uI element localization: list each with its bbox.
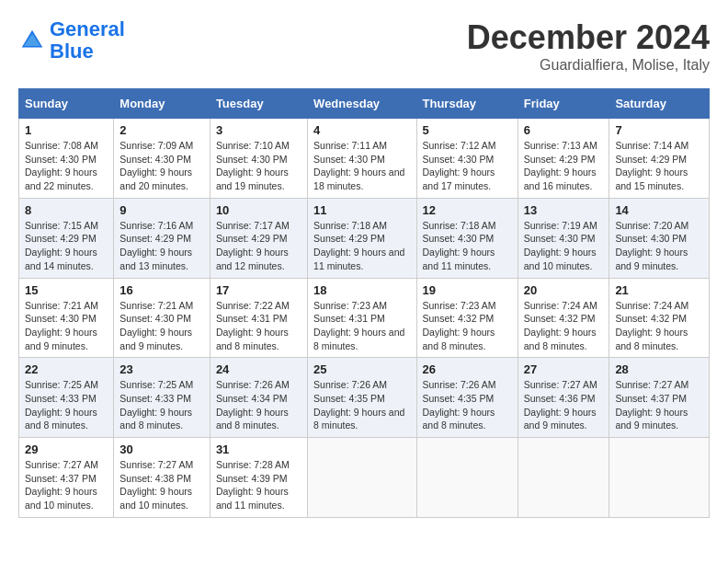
- calendar-cell: 7 Sunrise: 7:14 AM Sunset: 4:29 PM Dayli…: [609, 119, 710, 199]
- day-info: Sunrise: 7:14 AM Sunset: 4:29 PM Dayligh…: [615, 139, 703, 193]
- calendar-cell: 19 Sunrise: 7:23 AM Sunset: 4:32 PM Dayl…: [416, 278, 518, 358]
- calendar-cell: 18 Sunrise: 7:23 AM Sunset: 4:31 PM Dayl…: [308, 278, 416, 358]
- calendar-cell: [518, 438, 609, 518]
- day-number: 20: [524, 283, 604, 297]
- calendar-cell: [609, 438, 710, 518]
- calendar-cell: 12 Sunrise: 7:18 AM Sunset: 4:30 PM Dayl…: [416, 198, 518, 278]
- day-info: Sunrise: 7:23 AM Sunset: 4:31 PM Dayligh…: [313, 299, 410, 353]
- day-number: 17: [216, 283, 301, 297]
- calendar-cell: 13 Sunrise: 7:19 AM Sunset: 4:30 PM Dayl…: [518, 198, 609, 278]
- day-info: Sunrise: 7:24 AM Sunset: 4:32 PM Dayligh…: [615, 299, 703, 353]
- calendar-cell: 14 Sunrise: 7:20 AM Sunset: 4:30 PM Dayl…: [609, 198, 710, 278]
- col-friday: Friday: [518, 89, 609, 119]
- day-number: 31: [216, 442, 301, 456]
- day-info: Sunrise: 7:25 AM Sunset: 4:33 PM Dayligh…: [25, 378, 108, 432]
- calendar-cell: 27 Sunrise: 7:27 AM Sunset: 4:36 PM Dayl…: [518, 358, 609, 438]
- calendar-cell: 1 Sunrise: 7:08 AM Sunset: 4:30 PM Dayli…: [19, 119, 114, 199]
- location-subtitle: Guardialfiera, Molise, Italy: [467, 57, 710, 74]
- day-info: Sunrise: 7:13 AM Sunset: 4:29 PM Dayligh…: [524, 139, 604, 193]
- day-number: 1: [25, 123, 108, 137]
- calendar-cell: 4 Sunrise: 7:11 AM Sunset: 4:30 PM Dayli…: [308, 119, 416, 199]
- day-number: 14: [615, 203, 703, 217]
- day-info: Sunrise: 7:12 AM Sunset: 4:30 PM Dayligh…: [423, 139, 512, 193]
- calendar-cell: 16 Sunrise: 7:21 AM Sunset: 4:30 PM Dayl…: [114, 278, 210, 358]
- calendar-cell: 23 Sunrise: 7:25 AM Sunset: 4:33 PM Dayl…: [114, 358, 210, 438]
- calendar-cell: 25 Sunrise: 7:26 AM Sunset: 4:35 PM Dayl…: [308, 358, 416, 438]
- calendar-cell: 30 Sunrise: 7:27 AM Sunset: 4:38 PM Dayl…: [114, 438, 210, 518]
- calendar-cell: 6 Sunrise: 7:13 AM Sunset: 4:29 PM Dayli…: [518, 119, 609, 199]
- day-number: 8: [25, 203, 108, 217]
- day-info: Sunrise: 7:18 AM Sunset: 4:29 PM Dayligh…: [313, 219, 410, 273]
- day-info: Sunrise: 7:16 AM Sunset: 4:29 PM Dayligh…: [119, 219, 204, 273]
- day-number: 10: [216, 203, 301, 217]
- day-number: 21: [615, 283, 703, 297]
- day-number: 5: [423, 123, 512, 137]
- page-header: General Blue December 2024 Guardialfiera…: [18, 18, 710, 74]
- day-number: 9: [119, 203, 204, 217]
- day-info: Sunrise: 7:25 AM Sunset: 4:33 PM Dayligh…: [119, 378, 204, 432]
- calendar-header-row: Sunday Monday Tuesday Wednesday Thursday…: [19, 89, 710, 119]
- day-info: Sunrise: 7:08 AM Sunset: 4:30 PM Dayligh…: [25, 139, 108, 193]
- calendar-cell: 21 Sunrise: 7:24 AM Sunset: 4:32 PM Dayl…: [609, 278, 710, 358]
- day-info: Sunrise: 7:27 AM Sunset: 4:37 PM Dayligh…: [25, 458, 108, 512]
- col-sunday: Sunday: [19, 89, 114, 119]
- calendar-cell: 22 Sunrise: 7:25 AM Sunset: 4:33 PM Dayl…: [19, 358, 114, 438]
- calendar-cell: 9 Sunrise: 7:16 AM Sunset: 4:29 PM Dayli…: [114, 198, 210, 278]
- calendar-cell: 31 Sunrise: 7:28 AM Sunset: 4:39 PM Dayl…: [210, 438, 307, 518]
- day-number: 13: [524, 203, 604, 217]
- calendar-cell: 2 Sunrise: 7:09 AM Sunset: 4:30 PM Dayli…: [114, 119, 210, 199]
- logo-general: General: [50, 17, 125, 40]
- day-number: 15: [25, 283, 108, 297]
- day-number: 30: [119, 442, 204, 456]
- day-info: Sunrise: 7:18 AM Sunset: 4:30 PM Dayligh…: [423, 219, 512, 273]
- day-number: 7: [615, 123, 703, 137]
- day-number: 23: [119, 362, 204, 376]
- day-info: Sunrise: 7:27 AM Sunset: 4:37 PM Dayligh…: [615, 378, 703, 432]
- day-number: 19: [423, 283, 512, 297]
- calendar-cell: 24 Sunrise: 7:26 AM Sunset: 4:34 PM Dayl…: [210, 358, 307, 438]
- day-number: 16: [119, 283, 204, 297]
- day-info: Sunrise: 7:27 AM Sunset: 4:36 PM Dayligh…: [524, 378, 604, 432]
- day-number: 28: [615, 362, 703, 376]
- day-number: 18: [313, 283, 410, 297]
- day-number: 6: [524, 123, 604, 137]
- calendar-cell: 8 Sunrise: 7:15 AM Sunset: 4:29 PM Dayli…: [19, 198, 114, 278]
- day-number: 26: [423, 362, 512, 376]
- col-saturday: Saturday: [609, 89, 710, 119]
- col-monday: Monday: [114, 89, 210, 119]
- day-number: 25: [313, 362, 410, 376]
- day-info: Sunrise: 7:09 AM Sunset: 4:30 PM Dayligh…: [119, 139, 204, 193]
- day-number: 22: [25, 362, 108, 376]
- calendar-week-row: 8 Sunrise: 7:15 AM Sunset: 4:29 PM Dayli…: [19, 198, 710, 278]
- month-title: December 2024: [467, 18, 710, 57]
- day-number: 12: [423, 203, 512, 217]
- day-number: 4: [313, 123, 410, 137]
- col-tuesday: Tuesday: [210, 89, 307, 119]
- calendar-cell: [308, 438, 416, 518]
- day-info: Sunrise: 7:28 AM Sunset: 4:39 PM Dayligh…: [216, 458, 301, 512]
- calendar-cell: [416, 438, 518, 518]
- calendar-week-row: 1 Sunrise: 7:08 AM Sunset: 4:30 PM Dayli…: [19, 119, 710, 199]
- day-info: Sunrise: 7:26 AM Sunset: 4:35 PM Dayligh…: [313, 378, 410, 432]
- logo-blue: Blue: [50, 40, 94, 63]
- calendar-week-row: 15 Sunrise: 7:21 AM Sunset: 4:30 PM Dayl…: [19, 278, 710, 358]
- calendar-week-row: 22 Sunrise: 7:25 AM Sunset: 4:33 PM Dayl…: [19, 358, 710, 438]
- calendar-cell: 28 Sunrise: 7:27 AM Sunset: 4:37 PM Dayl…: [609, 358, 710, 438]
- col-thursday: Thursday: [416, 89, 518, 119]
- day-number: 3: [216, 123, 301, 137]
- calendar-cell: 20 Sunrise: 7:24 AM Sunset: 4:32 PM Dayl…: [518, 278, 609, 358]
- logo-icon: [18, 27, 46, 54]
- calendar-cell: 29 Sunrise: 7:27 AM Sunset: 4:37 PM Dayl…: [19, 438, 114, 518]
- day-number: 11: [313, 203, 410, 217]
- day-info: Sunrise: 7:11 AM Sunset: 4:30 PM Dayligh…: [313, 139, 410, 193]
- day-info: Sunrise: 7:26 AM Sunset: 4:34 PM Dayligh…: [216, 378, 301, 432]
- day-info: Sunrise: 7:15 AM Sunset: 4:29 PM Dayligh…: [25, 219, 108, 273]
- calendar-cell: 5 Sunrise: 7:12 AM Sunset: 4:30 PM Dayli…: [416, 119, 518, 199]
- calendar-week-row: 29 Sunrise: 7:27 AM Sunset: 4:37 PM Dayl…: [19, 438, 710, 518]
- day-info: Sunrise: 7:19 AM Sunset: 4:30 PM Dayligh…: [524, 219, 604, 273]
- day-info: Sunrise: 7:22 AM Sunset: 4:31 PM Dayligh…: [216, 299, 301, 353]
- day-info: Sunrise: 7:17 AM Sunset: 4:29 PM Dayligh…: [216, 219, 301, 273]
- day-info: Sunrise: 7:21 AM Sunset: 4:30 PM Dayligh…: [119, 299, 204, 353]
- day-info: Sunrise: 7:10 AM Sunset: 4:30 PM Dayligh…: [216, 139, 301, 193]
- day-info: Sunrise: 7:21 AM Sunset: 4:30 PM Dayligh…: [25, 299, 108, 353]
